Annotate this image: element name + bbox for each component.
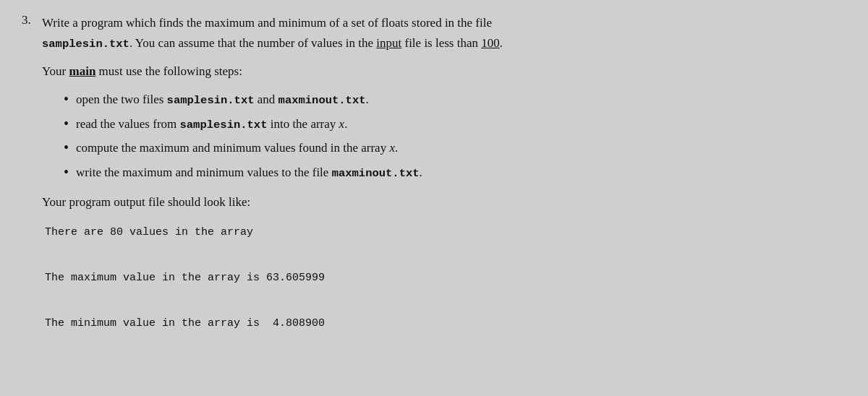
code-line-1: There are 80 values in the array xyxy=(45,221,846,244)
code-line-3: The minimum value in the array is 4.8089… xyxy=(45,312,846,335)
steps-list: • open the two files samplesin.txt and m… xyxy=(64,90,846,183)
step4-text: write the maximum and minimum values to … xyxy=(76,163,422,183)
code-line-2: The maximum value in the array is 63.605… xyxy=(45,267,846,290)
list-item: • write the maximum and minimum values t… xyxy=(64,163,846,183)
list-item: • open the two files samplesin.txt and m… xyxy=(64,90,846,110)
step1-code1: samplesin.txt xyxy=(167,94,255,107)
main-steps-suffix: must use the following steps: xyxy=(95,64,242,78)
main-keyword: main xyxy=(69,64,96,78)
step3-text: compute the maximum and minimum values f… xyxy=(76,138,398,158)
bullet-icon: • xyxy=(64,163,69,181)
main-steps-label: Your main must use the following steps: xyxy=(42,61,846,81)
problem-section: 3. Write a program which finds the maxim… xyxy=(22,13,846,335)
step2-code1: samplesin.txt xyxy=(180,119,268,132)
problem-body: Write a program which finds the maximum … xyxy=(42,13,846,335)
bullet-icon: • xyxy=(64,138,69,157)
code-line-blank1 xyxy=(45,244,846,267)
bullet-icon: • xyxy=(64,114,69,133)
intro-line2-mid: . You can assume that the number of valu… xyxy=(129,36,503,50)
problem-number: 3. xyxy=(22,13,42,27)
code-line-blank2 xyxy=(45,289,846,312)
problem-intro: Write a program which finds the maximum … xyxy=(42,13,846,54)
step1-code2: maxminout.txt xyxy=(278,94,366,107)
list-item: • compute the maximum and minimum values… xyxy=(64,138,846,158)
step4-code1: maxminout.txt xyxy=(332,167,420,180)
bullet-icon: • xyxy=(64,90,69,108)
step2-text: read the values from samplesin.txt into … xyxy=(76,114,347,134)
content-area: 3. Write a program which finds the maxim… xyxy=(22,13,846,335)
step1-text: open the two files samplesin.txt and max… xyxy=(76,90,369,110)
intro-line1: Write a program which finds the maximum … xyxy=(42,16,492,30)
samplesin-filename: samplesin.txt xyxy=(42,38,129,51)
output-label: Your program output file should look lik… xyxy=(42,192,846,212)
list-item: • read the values from samplesin.txt int… xyxy=(64,114,846,134)
code-output-block: There are 80 values in the array The max… xyxy=(45,221,846,335)
main-steps-prefix: Your xyxy=(42,64,69,78)
